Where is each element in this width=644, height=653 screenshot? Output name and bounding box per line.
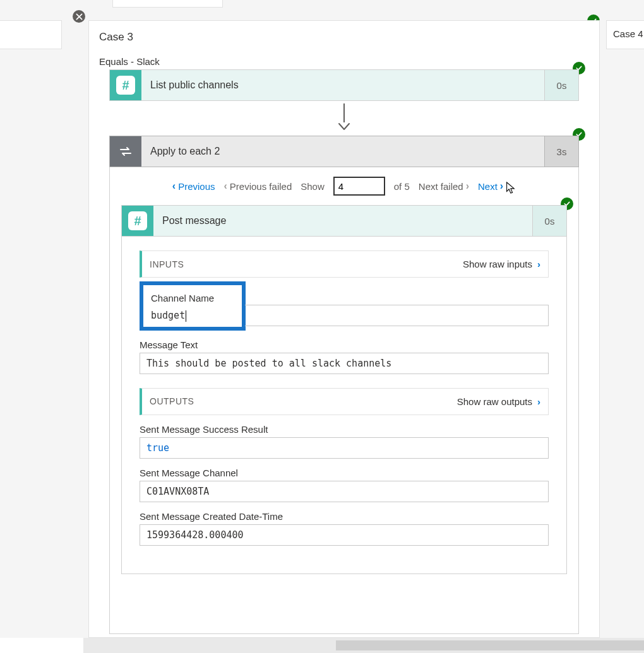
sent-channel-label: Sent Message Channel — [140, 468, 549, 478]
inputs-section: INPUTS Show raw inputs › Channel Name bu… — [140, 250, 549, 374]
apply-each-title: Apply to each 2 — [141, 136, 544, 167]
message-text-value[interactable]: This should be posted to all slack chann… — [140, 353, 549, 374]
channel-name-field-extension — [245, 305, 549, 326]
next-label: Next — [478, 181, 498, 192]
message-text-label: Message Text — [140, 339, 549, 350]
channel-name-highlight: Channel Name budget — [140, 281, 246, 331]
next-failed-label: Next failed — [419, 181, 463, 192]
apply-to-each-body: ‹ Previous ‹ Previous failed Show of 5 N… — [109, 167, 579, 634]
show-raw-inputs-label: Show raw inputs — [463, 259, 532, 269]
equals-label: Equals - Slack — [89, 44, 599, 69]
post-message-card[interactable]: # Post message 0s — [121, 205, 567, 237]
show-raw-outputs-label: Show raw outputs — [457, 396, 532, 407]
top-remnant-box — [112, 0, 223, 8]
arrow-connector — [89, 103, 599, 133]
previous-label: Previous — [178, 181, 215, 192]
case4-title: Case 4 — [613, 28, 643, 39]
case3-panel: Case 3 Equals - Slack # List public chan… — [88, 20, 600, 638]
chevron-left-icon: ‹ — [172, 180, 176, 192]
list-channels-title: List public channels — [141, 70, 544, 100]
show-label: Show — [301, 181, 325, 192]
next-button[interactable]: Next › — [478, 177, 516, 195]
slack-icon: # — [110, 70, 141, 100]
post-message-body: INPUTS Show raw inputs › Channel Name bu… — [121, 237, 567, 574]
loop-pager: ‹ Previous ‹ Previous failed Show of 5 N… — [110, 167, 578, 205]
sent-channel-value: C01AVNX08TA — [140, 481, 549, 502]
slack-icon: # — [122, 206, 153, 236]
previous-failed-label: Previous failed — [230, 181, 292, 192]
top-bar — [0, 0, 644, 14]
chevron-left-icon: ‹ — [224, 180, 227, 192]
next-failed-button[interactable]: Next failed › — [419, 180, 469, 192]
post-message-duration: 0s — [532, 206, 566, 236]
show-raw-inputs-button[interactable]: Show raw inputs › — [463, 259, 540, 269]
chevron-right-icon: › — [537, 259, 540, 269]
apply-to-each-card[interactable]: Apply to each 2 3s — [109, 136, 579, 167]
loop-icon — [110, 136, 141, 167]
apply-each-duration: 3s — [544, 136, 578, 167]
outputs-label: OUTPUTS — [150, 396, 194, 406]
post-message-title: Post message — [153, 206, 532, 236]
datetime-label: Sent Message Created Date-Time — [140, 511, 549, 522]
show-raw-outputs-button[interactable]: Show raw outputs › — [457, 396, 540, 407]
outputs-section: OUTPUTS Show raw outputs › Sent Message … — [140, 388, 549, 546]
cursor-icon — [504, 181, 516, 195]
case4-panel: Case 4 — [606, 20, 644, 49]
inputs-label: INPUTS — [150, 259, 184, 269]
list-public-channels-card[interactable]: # List public channels 0s — [109, 69, 579, 101]
datetime-value: 1599364428.000400 — [140, 524, 549, 546]
success-result-label: Sent Message Success Result — [140, 424, 549, 435]
horizontal-scrollbar[interactable] — [0, 638, 644, 653]
previous-button[interactable]: ‹ Previous — [172, 180, 215, 192]
left-tab-placeholder — [0, 20, 62, 49]
previous-failed-button[interactable]: ‹ Previous failed — [224, 180, 292, 192]
close-icon[interactable] — [73, 10, 85, 23]
page-index-input[interactable] — [333, 177, 385, 196]
page-total-label: of 5 — [394, 181, 410, 192]
list-channels-duration: 0s — [544, 70, 578, 100]
channel-name-value[interactable]: budget — [151, 310, 186, 322]
chevron-right-icon: › — [500, 180, 503, 192]
case-title: Case 3 — [89, 21, 599, 44]
channel-name-label: Channel Name — [151, 293, 234, 303]
success-result-value: true — [140, 437, 549, 459]
chevron-right-icon: › — [537, 396, 540, 407]
chevron-right-icon: › — [466, 180, 469, 192]
